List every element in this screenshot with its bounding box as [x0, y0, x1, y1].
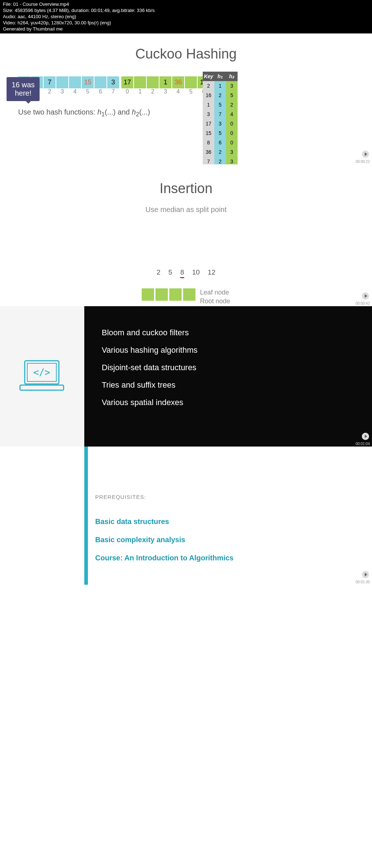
cell: 3 — [107, 76, 119, 88]
file-info-header: File: 01 - Course Overview.mp4 Size: 458… — [0, 0, 372, 33]
video-line: Video: h264, yuv420p, 1280x720, 30.00 fp… — [3, 20, 369, 26]
topic: Bloom and cuckoo filters — [102, 328, 355, 337]
laptop-icon: </> — [18, 359, 65, 393]
leaf-box — [183, 288, 195, 301]
teal-bar — [84, 447, 88, 585]
leaf-box — [155, 288, 168, 301]
node-row: 2 5 8 10 12 — [0, 268, 372, 278]
extra-value: 51 — [30, 95, 372, 103]
slide-topics: </> Bloom and cuckoo filters Various has… — [0, 306, 372, 447]
cell — [94, 76, 106, 88]
cell: 1 — [159, 76, 171, 88]
slide1-title: Cuckoo Hashing — [0, 46, 372, 62]
topic: Tries and suffix trees — [102, 380, 355, 390]
hash-row: 2 7 15 3 17 1 36 16 13 — [18, 76, 372, 88]
slide-cuckoo: Cuckoo Hashing 16 washere! 2 7 15 3 17 1… — [0, 33, 372, 164]
prereq-label: PREREQUISITES: — [95, 494, 146, 500]
topic: Various spatial indexes — [102, 398, 355, 407]
file-line: File: 01 - Course Overview.mp4 — [3, 1, 369, 8]
slide-prereq: PREREQUISITES: Basic data structures Bas… — [0, 447, 372, 585]
prereq-item: Course: An Introduction to Algorithmics — [95, 554, 234, 562]
slide-insertion: Insertion Use median as split point 2 5 … — [0, 164, 372, 306]
leaf-row: Leaf node Root node — [0, 288, 372, 305]
slide2-sub: Use median as split point — [0, 205, 372, 214]
play-icon[interactable] — [362, 151, 369, 158]
cell: 36 — [172, 76, 184, 88]
prereq-item: Basic data structures — [95, 517, 169, 526]
caption: Use two hash functions: h1(...) and h2(.… — [18, 108, 372, 118]
leaf-box — [142, 288, 154, 301]
cell — [56, 76, 68, 88]
timestamp: 00:01:30 — [356, 580, 370, 584]
topics-panel: Bloom and cuckoo filters Various hashing… — [84, 306, 372, 447]
cell — [147, 76, 159, 88]
timestamp: 00:01:04 — [356, 442, 370, 446]
topic: Various hashing algorithms — [102, 345, 355, 355]
cell — [134, 76, 146, 88]
cell: 7 — [44, 76, 56, 88]
cell — [69, 76, 81, 88]
cell: 15 — [82, 76, 94, 88]
cell — [185, 76, 197, 88]
prereq-item: Basic complexity analysis — [95, 536, 185, 544]
index-row: 0 1 2 3 4 5 6 7 0 1 2 3 4 5 6 7 — [18, 88, 372, 95]
timestamp: 00:00:42 — [356, 301, 370, 305]
callout-16: 16 washere! — [7, 77, 40, 101]
audio-line: Audio: aac, 44100 Hz, stereo (eng) — [3, 14, 369, 20]
slide2-title: Insertion — [0, 181, 372, 196]
gen-line: Generated by Thumbnail me — [3, 26, 369, 32]
timestamp: 00:00:22 — [356, 160, 370, 164]
leaf-box — [169, 288, 182, 301]
play-icon[interactable] — [362, 571, 369, 578]
cell: 17 — [121, 76, 133, 88]
topic: Disjoint-set data structures — [102, 363, 355, 372]
size-line: Size: 4583596 bytes (4.37 MiB), duration… — [3, 8, 369, 14]
svg-text:</>: </> — [33, 367, 50, 378]
svg-rect-2 — [20, 385, 64, 390]
